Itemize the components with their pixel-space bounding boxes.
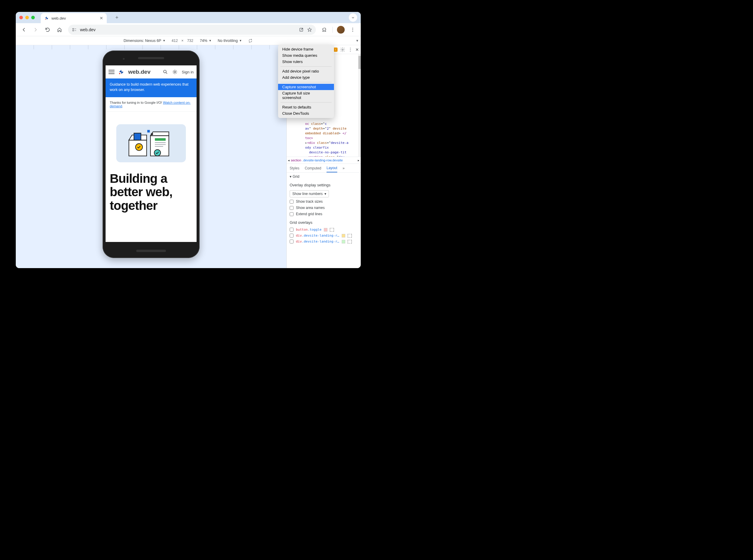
rotate-icon[interactable] bbox=[248, 38, 253, 43]
device-more-dropdown[interactable]: ▾ bbox=[356, 38, 359, 43]
overlay-name-0: button.toggle bbox=[296, 228, 322, 232]
settings-gear-icon[interactable] bbox=[340, 47, 345, 52]
overlay-checkbox-0[interactable] bbox=[290, 228, 293, 232]
elements-breadcrumb[interactable]: ◂ section.devsite-landing-row.devsite ▸ bbox=[287, 157, 361, 164]
svg-point-7 bbox=[352, 29, 353, 30]
device-dimensions-dropdown[interactable]: Dimensions: Nexus 6P bbox=[124, 39, 165, 43]
chk-track-sizes[interactable]: Show track sizes bbox=[290, 199, 358, 204]
overlay-swatch-2[interactable] bbox=[342, 240, 345, 243]
chk-track-sizes-input[interactable] bbox=[290, 200, 293, 204]
grid-overlay-item[interactable]: div.devsite-landing-r… bbox=[290, 234, 358, 238]
minimize-window-button[interactable] bbox=[25, 16, 29, 19]
info-strip: Thanks for tuning in to Google I/O! Watc… bbox=[105, 97, 197, 112]
menu-show-rulers[interactable]: Show rulers bbox=[278, 59, 334, 65]
devtools-subtabs: Styles Computed Layout » bbox=[287, 164, 361, 173]
grid-section-toggle[interactable]: ▾ Grid bbox=[290, 175, 358, 179]
page-banner: Guidance to build modern web experiences… bbox=[105, 78, 197, 97]
profile-avatar[interactable] bbox=[337, 26, 345, 34]
device-screen: web.dev Sign in Guidance to build modern… bbox=[105, 65, 197, 242]
device-toolbar: Dimensions: Nexus 6P 412 × 732 74% No th… bbox=[16, 36, 361, 45]
menu-show-media-queries[interactable]: Show media queries bbox=[278, 52, 334, 59]
menu-hide-device-frame[interactable]: Hide device frame bbox=[278, 46, 334, 52]
grid-overlay-item[interactable]: div.devsite-landing-r… bbox=[290, 240, 358, 243]
hero-heading: Building a better web, together bbox=[105, 165, 197, 212]
menu-add-dpr[interactable]: Add device pixel ratio bbox=[278, 68, 334, 74]
overlay-checkbox-1[interactable] bbox=[290, 234, 293, 238]
tab-styles[interactable]: Styles bbox=[290, 164, 300, 173]
device-options-menu: Hide device frame Show media queries Sho… bbox=[278, 45, 334, 118]
overlay-highlight-icon[interactable] bbox=[348, 234, 352, 238]
devtools-close-button[interactable]: ✕ bbox=[355, 47, 359, 52]
overlay-swatch-0[interactable] bbox=[324, 228, 327, 232]
warning-badge[interactable]: ! bbox=[333, 47, 337, 52]
search-icon[interactable] bbox=[163, 69, 168, 75]
overlay-highlight-icon[interactable] bbox=[330, 228, 334, 232]
device-viewport-pane: web.dev Sign in Guidance to build modern… bbox=[16, 45, 286, 268]
tab-layout[interactable]: Layout bbox=[327, 164, 337, 173]
device-home-bar bbox=[136, 250, 166, 252]
chrome-menu-button[interactable] bbox=[348, 25, 358, 35]
svg-point-39 bbox=[350, 49, 351, 49]
menu-close-devtools[interactable]: Close DevTools bbox=[278, 110, 334, 117]
svg-line-19 bbox=[173, 73, 174, 74]
overlay-name-1: div.devsite-landing-r… bbox=[296, 234, 339, 238]
chk-area-label: Show area names bbox=[296, 206, 325, 210]
menu-separator bbox=[281, 102, 332, 103]
elements-scrollbar[interactable] bbox=[359, 54, 361, 157]
zoom-dropdown[interactable]: 74% bbox=[200, 39, 211, 43]
menu-capture-screenshot[interactable]: Capture screenshot bbox=[278, 84, 334, 90]
reload-button[interactable] bbox=[42, 25, 53, 35]
svg-point-37 bbox=[342, 49, 344, 50]
forward-button[interactable] bbox=[31, 25, 41, 35]
overlay-settings-title: Overlay display settings bbox=[290, 183, 358, 187]
tab-computed[interactable]: Computed bbox=[305, 164, 321, 173]
svg-rect-2 bbox=[73, 30, 74, 31]
tab-favicon bbox=[44, 16, 49, 21]
devtools-menu-icon[interactable] bbox=[348, 47, 353, 52]
layout-section: ▾ Grid Overlay display settings Show lin… bbox=[287, 173, 361, 248]
window-menu-button[interactable] bbox=[349, 13, 357, 22]
bookmark-icon[interactable] bbox=[307, 27, 312, 33]
menu-reset-defaults[interactable]: Reset to defaults bbox=[278, 104, 334, 110]
svg-point-0 bbox=[45, 19, 46, 20]
overlay-checkbox-2[interactable] bbox=[290, 240, 293, 243]
share-icon[interactable] bbox=[298, 27, 304, 33]
tab-close-button[interactable]: ✕ bbox=[100, 16, 103, 21]
signin-link[interactable]: Sign in bbox=[182, 70, 194, 74]
theme-toggle-icon[interactable] bbox=[172, 69, 177, 75]
site-controls-icon[interactable] bbox=[72, 27, 77, 33]
overlay-highlight-icon[interactable] bbox=[348, 240, 352, 243]
menu-add-device-type[interactable]: Add device type bbox=[278, 74, 334, 81]
device-by: × bbox=[181, 39, 184, 43]
line-numbers-dropdown[interactable]: Show line numbers ▾ bbox=[290, 190, 329, 197]
omnibox-actions bbox=[298, 27, 312, 33]
tab-title: web.dev bbox=[52, 16, 97, 21]
back-button[interactable] bbox=[19, 25, 29, 35]
svg-rect-32 bbox=[147, 130, 150, 133]
svg-rect-23 bbox=[134, 133, 141, 140]
throttling-dropdown[interactable]: No throttling bbox=[218, 39, 242, 43]
subtabs-more-icon[interactable]: » bbox=[343, 166, 345, 170]
svg-line-17 bbox=[173, 70, 174, 71]
device-toolbar-right: ▾ bbox=[356, 38, 359, 43]
new-tab-button[interactable]: + bbox=[113, 13, 121, 22]
hero-illustration bbox=[116, 124, 186, 162]
device-width: 412 bbox=[172, 39, 178, 43]
chk-extend-lines-input[interactable] bbox=[290, 212, 293, 216]
chk-extend-lines[interactable]: Extend grid lines bbox=[290, 212, 358, 216]
chk-area-names[interactable]: Show area names bbox=[290, 206, 358, 210]
hamburger-menu-button[interactable] bbox=[109, 70, 115, 74]
home-button[interactable] bbox=[54, 25, 64, 35]
svg-line-20 bbox=[176, 70, 177, 71]
menu-capture-full-screenshot[interactable]: Capture full size screenshot bbox=[278, 90, 334, 101]
extensions-button[interactable] bbox=[320, 25, 329, 35]
chk-area-names-input[interactable] bbox=[290, 206, 293, 210]
browser-tab[interactable]: web.dev ✕ bbox=[41, 13, 107, 23]
grid-overlay-item[interactable]: button.toggle bbox=[290, 228, 358, 232]
address-bar[interactable]: web.dev bbox=[68, 25, 316, 35]
info-suffix: . bbox=[122, 104, 123, 108]
overlay-swatch-1[interactable] bbox=[342, 234, 345, 238]
close-window-button[interactable] bbox=[19, 16, 23, 19]
zoom-window-button[interactable] bbox=[31, 16, 35, 19]
info-text: Thanks for tuning in to Google I/O! bbox=[110, 101, 163, 104]
